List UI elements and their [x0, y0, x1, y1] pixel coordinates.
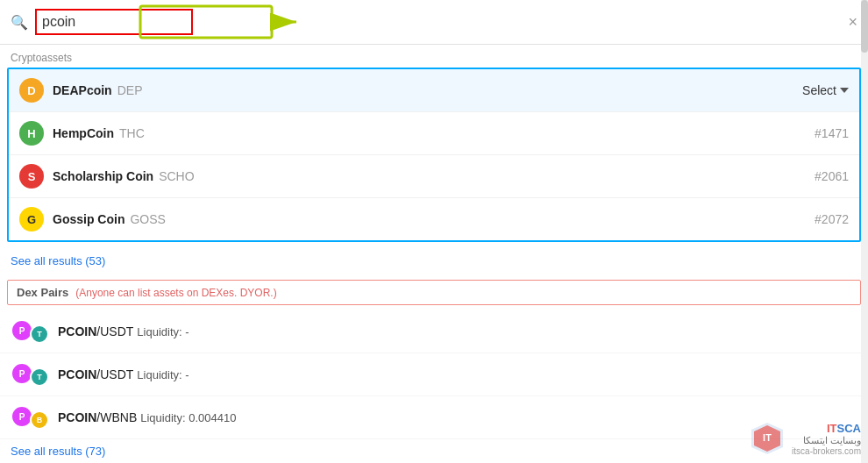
- cryptoassets-section-label: Cryptoassets: [0, 45, 868, 68]
- select-button[interactable]: Select: [802, 83, 849, 97]
- chevron-down-icon: [840, 88, 849, 93]
- close-button[interactable]: ×: [848, 13, 857, 32]
- dex-row[interactable]: P B PCOIN/WBNB Liquidity: 0.004410: [0, 396, 868, 439]
- asset-rank: #2061: [815, 169, 849, 183]
- dex-icon-secondary: B: [30, 410, 49, 430]
- dex-row[interactable]: P T PCOIN/USDT Liquidity: -: [0, 353, 868, 396]
- dex-icons: P T: [11, 362, 49, 387]
- asset-row[interactable]: G Gossip Coin GOSS #2072: [9, 198, 859, 240]
- dex-liquidity: Liquidity: -: [137, 325, 189, 338]
- asset-ticker: DEP: [117, 83, 143, 97]
- asset-ticker: GOSS: [130, 212, 165, 226]
- brand-sca: SCA: [837, 422, 861, 435]
- watermark-logo: IT: [750, 421, 785, 456]
- asset-name: Gossip Coin: [53, 212, 125, 226]
- search-bar: 🔍 ×: [0, 0, 868, 45]
- dex-label: Dex Pairs: [17, 286, 68, 299]
- see-all-cryptoassets-link[interactable]: See all results (53): [0, 249, 868, 276]
- cryptoassets-box: D DEAPcoin DEP Select H HempCoin THC #14…: [7, 68, 861, 242]
- dex-icons: P B: [11, 405, 49, 430]
- dex-icon-secondary: T: [30, 367, 49, 387]
- watermark-brand: ITSCA: [792, 422, 861, 435]
- asset-row[interactable]: D DEAPcoin DEP Select: [9, 69, 859, 112]
- dex-liquidity: Liquidity: -: [137, 368, 189, 381]
- dex-section-label: Dex Pairs (Anyone can list assets on DEX…: [7, 280, 861, 305]
- asset-rank: #2072: [815, 212, 849, 226]
- watermark-url: itsca-brokers.com: [792, 446, 861, 456]
- dex-pair-name: PCOIN/WBNB: [58, 410, 137, 424]
- asset-row[interactable]: S Scholarship Coin SCHO #2061: [9, 155, 859, 198]
- brand-it: IT: [827, 422, 837, 435]
- asset-icon-gossip: G: [19, 207, 44, 232]
- watermark-tagline: وبسایت ایتسکا: [792, 435, 861, 446]
- asset-name: HempCoin: [53, 126, 114, 140]
- scrollbar-thumb[interactable]: [861, 0, 868, 53]
- asset-rank: #1471: [815, 126, 849, 140]
- asset-icon-scholarship: S: [19, 164, 44, 189]
- dex-icons: P T: [11, 319, 49, 344]
- asset-name: Scholarship Coin: [53, 169, 153, 183]
- see-all-dex-link[interactable]: See all results (73): [0, 439, 868, 463]
- dex-liquidity: Liquidity: 0.004410: [140, 411, 236, 424]
- select-label: Select: [802, 83, 836, 97]
- watermark: IT ITSCA وبسایت ایتسکا itsca-brokers.com: [750, 421, 861, 456]
- search-icon: 🔍: [11, 14, 28, 31]
- dex-pair-name: PCOIN/USDT: [58, 324, 133, 338]
- asset-row[interactable]: H HempCoin THC #1471: [9, 112, 859, 155]
- dex-row[interactable]: P T PCOIN/USDT Liquidity: -: [0, 310, 868, 353]
- dex-icon-secondary: T: [30, 324, 49, 344]
- search-input[interactable]: [35, 9, 193, 35]
- watermark-text: ITSCA وبسایت ایتسکا itsca-brokers.com: [792, 422, 861, 456]
- asset-icon-deap: D: [19, 78, 44, 103]
- asset-icon-hemp: H: [19, 121, 44, 146]
- page-container: 🔍 × Cryptoassets D DEAPcoin DEP Select: [0, 0, 868, 463]
- asset-ticker: THC: [119, 126, 145, 140]
- asset-name: DEAPcoin: [53, 83, 112, 97]
- dex-warning: (Anyone can list assets on DEXes. DYOR.): [75, 287, 276, 299]
- asset-ticker: SCHO: [159, 169, 194, 183]
- dex-pair-name: PCOIN/USDT: [58, 367, 133, 381]
- scrollbar-track[interactable]: [861, 0, 868, 463]
- svg-text:IT: IT: [763, 432, 772, 443]
